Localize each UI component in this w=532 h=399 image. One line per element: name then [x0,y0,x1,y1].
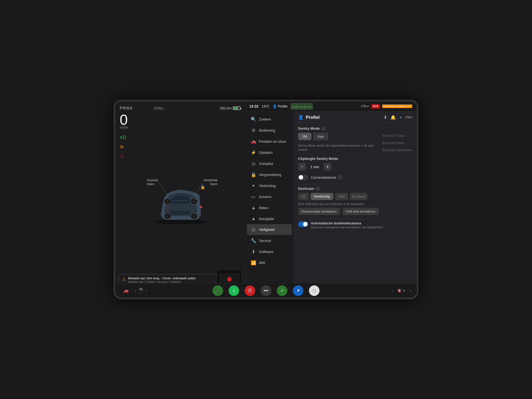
next-arrow[interactable]: › [146,288,147,293]
menu-item-service[interactable]: 🔧 Service [247,235,292,246]
clip-controls: − 1 min + [298,163,412,171]
menu-item-ritten[interactable]: ▲ Ritten [247,203,292,213]
dashcam-label: Dashcam i [298,186,412,191]
steering-icon: 🚗 [251,139,256,144]
prev-arrow[interactable]: ‹ [135,288,136,293]
temperature: 13°C [262,104,269,108]
sentry-info-icon[interactable]: i [321,127,325,131]
right-section: 🔍 Zoeken ⚙ Bediening 🚗 Pedalen en stuur … [245,111,417,298]
hi-label: HI [139,287,143,291]
record-icon: ⦿ [248,288,252,293]
menu-item-zoeken[interactable]: 🔍 Zoeken [247,114,292,125]
exclusive-favorieten[interactable]: Exclusief Favorieten [382,147,412,153]
menu-panel: 🔍 Zoeken ⚙ Bediening 🚗 Pedalen en stuur … [245,111,294,298]
clip-value: 1 min [309,165,320,169]
spotify-button[interactable]: ♫ [229,285,239,296]
svg-point-11 [193,200,195,203]
menu-label-opladen: Opladen [259,150,273,155]
exclusive-werk[interactable]: Exclusief Werk [382,140,412,146]
clip-minus-button[interactable]: − [298,163,306,171]
toggle-thumb [299,175,303,180]
dashcam-handmatig-button[interactable]: Handmatig [311,193,333,200]
svg-point-9 [166,200,169,203]
lte-icon: LTE▪▪▪ [361,105,369,108]
battery-icon [233,106,241,110]
taskbar-center: 📞 ♫ ⦿ ••• ✓ ✦ □ [213,285,319,296]
auto-cam-toggle[interactable] [298,221,308,227]
drive-mode-bar: PRND CHILL 282 km [115,105,245,111]
separator-1 [298,184,412,184]
menu-item-navigatie[interactable]: ▲ Navigatie [247,213,292,224]
hi-sub: ○○ [139,291,143,294]
screen-icon: ▭ [251,194,256,200]
clock: 13:22 [249,104,259,108]
exclusive-thuis[interactable]: Exclusief Thuis [382,133,412,139]
sentry-description: Sentry Mode wordt niet ingeschakeld wann… [298,144,380,152]
car-image-area: VoorbakOpen AchterbakOpen [115,130,245,272]
taskbar-right: ‹ 🔇 ✕ › [392,288,411,293]
auto-cam-thumb [303,222,308,226]
left-panel: PRND CHILL 282 km 0 KM/H ≡D ≋ ⚠ [115,101,245,298]
menu-item-wifi[interactable]: 📶 Wifi [247,257,292,268]
dashcam-info-icon[interactable]: i [316,187,320,191]
download-icon[interactable]: ⬇ [383,115,387,120]
mute-icon[interactable]: 🔇 [397,289,401,293]
menu-item-vergrendeling[interactable]: 🔒 Vergrendeling [247,169,292,180]
profile-label: 👤 Profiel [273,104,287,108]
lte-header-icon: LTE▪▪ [405,116,412,119]
dashcam-claxon-button[interactable]: Bij claxon [350,193,367,200]
dots-icon: ••• [264,288,268,293]
person-icon: 👤 [273,104,277,108]
tesla-screen: 13:22 13°C 👤 Profiel LTE▪▪▪ SOS PASSENGE… [114,100,418,299]
camera-detect-label: Cameradetectie i [311,175,342,180]
menu-label-scherm: Scherm [259,195,272,199]
record-button[interactable]: ⦿ [245,285,255,296]
drive-mode: CHILL [154,106,164,110]
dashcam-auto-button[interactable]: Auto [335,193,349,200]
svg-point-21 [227,277,232,282]
svg-point-13 [166,215,169,217]
menu-item-veiligheid[interactable]: ◎ Veiligheid [247,224,292,235]
menu-item-autopilot[interactable]: ◎ Autopilot [247,158,292,169]
auto-cam-row: Automatische dodehoekcamera Zijcamera we… [298,221,412,229]
volume-control: 🔇 ✕ [397,289,405,293]
menu-label-zoeken: Zoeken [259,117,271,121]
sentry-on-button[interactable]: Aan [313,133,328,140]
menu-item-scherm[interactable]: ▭ Scherm [247,191,292,202]
main-content: PRND CHILL 282 km 0 KM/H ≡D ≋ ⚠ [115,101,417,298]
bell-icon[interactable]: 🔔 [390,115,396,120]
bluetooth-button[interactable]: ✦ [293,285,303,296]
camera-detect-info-icon[interactable]: i [338,175,342,179]
dashcam-uit-button[interactable]: Uit [298,193,309,200]
controls-icon: ⚙ [251,128,256,133]
clip-plus-button[interactable]: + [324,163,331,171]
car-button[interactable]: 🚗 [121,285,131,296]
mini-map [291,103,313,110]
dashcam-toggle-row: Uit Handmatig Auto Bij claxon [298,193,412,200]
taskbar-left: 🚗 ‹ HI ○○ › [121,285,147,296]
sentry-off-button[interactable]: Uit [298,133,311,140]
format-usb-button[interactable]: USB-stick formatteren [342,208,379,215]
menu-button[interactable]: ••• [261,285,271,296]
camera-detect-toggle[interactable] [298,175,308,180]
back-nav-arrow[interactable]: ‹ [392,288,393,293]
trips-icon: ▲ [251,205,256,210]
remove-clips-button[interactable]: Dashcamclips verwijderen [298,208,340,215]
check-button[interactable]: ✓ [277,285,287,296]
light-icon: ✦ [251,183,256,188]
menu-item-bediening[interactable]: ⚙ Bediening [247,125,292,136]
menu-item-software[interactable]: ⬇ Software [247,246,292,257]
status-right: LTE▪▪▪ SOS PASSENGER AIRBAG OFF [361,104,412,108]
phone-button[interactable]: 📞 [213,285,223,296]
sentry-mode-label: Sentry Mode i [298,126,412,131]
square-button[interactable]: □ [309,285,319,296]
svg-line-17 [158,181,168,195]
menu-item-pedalen[interactable]: 🚗 Pedalen en stuur [247,136,292,147]
menu-item-verlichting[interactable]: ✦ Verlichting [247,180,292,191]
forward-nav-arrow[interactable]: › [410,288,411,293]
sentry-toggle-row: Uit Aan [298,133,380,140]
svg-point-16 [200,206,202,208]
menu-item-opladen[interactable]: ⚡ Opladen [247,147,292,158]
bluetooth-icon[interactable]: ✦ [399,116,402,119]
service-icon: 🔧 [251,238,256,243]
